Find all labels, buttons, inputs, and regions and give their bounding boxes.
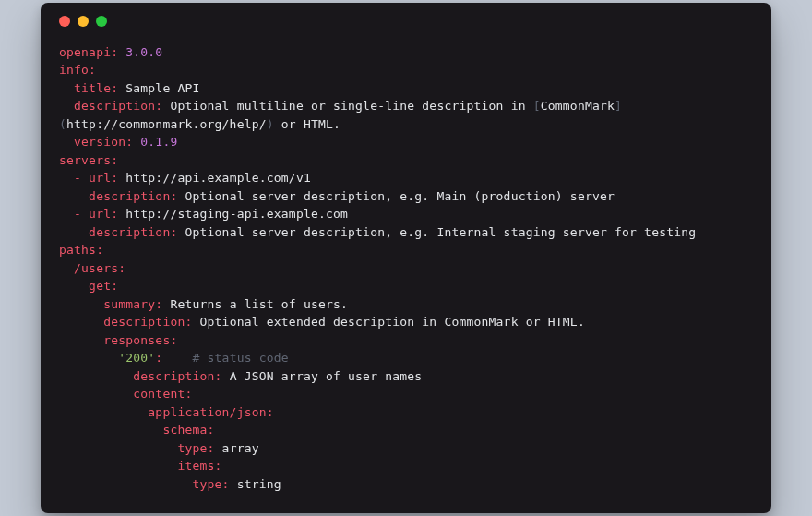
- key-desc-2: description:: [89, 225, 177, 239]
- code-window: openapi: 3.0.0 info: title: Sample API d…: [41, 3, 771, 514]
- val-url-2: http://staging-api.example.com: [125, 207, 348, 221]
- key-title: title:: [74, 81, 118, 95]
- key-get: get:: [89, 279, 118, 293]
- val-resp-desc: A JSON array of user names: [230, 369, 423, 383]
- key-responses: responses:: [103, 333, 177, 347]
- key-status-200: '200': [118, 351, 155, 365]
- key-description: description:: [74, 99, 162, 113]
- val-type-string: string: [237, 477, 281, 491]
- link-rp: ): [267, 117, 274, 131]
- link-url: http://commonmark.org/help/: [66, 117, 267, 131]
- val-version: 0.1.9: [140, 135, 177, 149]
- key-content: content:: [133, 387, 192, 401]
- key-items: items:: [177, 459, 221, 473]
- link-rb: ]: [615, 99, 622, 113]
- key-url-1: - url:: [74, 171, 118, 185]
- key-url-2: - url:: [74, 207, 118, 221]
- val-title: Sample API: [125, 81, 199, 95]
- val-desc-1: Optional server description, e.g. Main (…: [185, 189, 615, 203]
- key-type-1: type:: [177, 441, 214, 455]
- val-info-desc-pre: Optional multiline or single-line descri…: [170, 99, 532, 113]
- val-get-desc: Optional extended description in CommonM…: [200, 315, 585, 329]
- key-summary: summary:: [103, 297, 162, 311]
- link-lb: [: [533, 99, 541, 113]
- key-servers: servers:: [59, 153, 118, 167]
- val-summary: Returns a list of users.: [170, 297, 348, 311]
- key-info: info:: [59, 63, 96, 77]
- link-text: CommonMark: [541, 99, 615, 113]
- stage: openapi: 3.0.0 info: title: Sample API d…: [0, 0, 812, 516]
- zoom-icon[interactable]: [96, 16, 107, 27]
- val-info-desc-post: or HTML.: [274, 117, 340, 131]
- key-resp-desc: description:: [133, 369, 221, 383]
- minimize-icon[interactable]: [78, 16, 89, 27]
- comment-status: # status code: [193, 351, 289, 365]
- key-desc-1: description:: [89, 189, 177, 203]
- key-openapi: openapi:: [59, 45, 118, 59]
- key-schema: schema:: [162, 423, 214, 437]
- val-type-array: array: [222, 441, 259, 455]
- status-colon: :: [155, 351, 162, 365]
- link-lp: (: [59, 117, 66, 131]
- key-users: /users:: [74, 261, 125, 275]
- key-paths: paths:: [59, 243, 103, 257]
- key-version: version:: [74, 135, 133, 149]
- code-block: openapi: 3.0.0 info: title: Sample API d…: [59, 43, 753, 494]
- key-type-2: type:: [192, 477, 229, 491]
- close-icon[interactable]: [59, 16, 70, 27]
- val-openapi: 3.0.0: [125, 45, 162, 59]
- window-titlebar: [59, 16, 753, 27]
- key-get-desc: description:: [103, 315, 192, 329]
- val-url-1: http://api.example.com/v1: [125, 171, 311, 185]
- key-appjson: application/json:: [148, 405, 273, 419]
- val-desc-2: Optional server description, e.g. Intern…: [185, 225, 696, 239]
